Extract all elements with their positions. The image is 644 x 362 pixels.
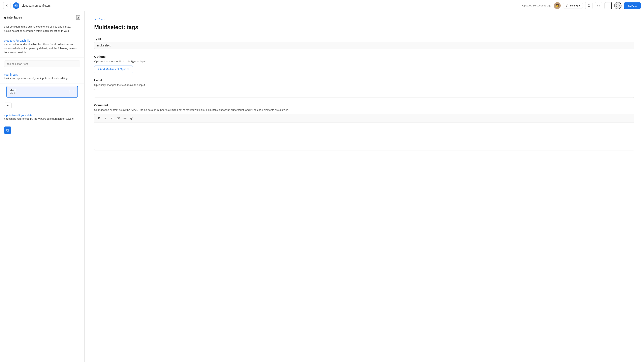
add-options-button[interactable]: + Add Multiselect Options xyxy=(94,65,133,73)
options-type-italic: Type xyxy=(130,60,136,63)
subscript-button[interactable]: X₂ xyxy=(109,115,115,121)
updated-label: Updated 36 seconds ago xyxy=(522,4,552,7)
code-button[interactable]: <> xyxy=(122,115,128,121)
back-link[interactable]: Back xyxy=(94,18,634,21)
options-field-section: Options Options that are specific to thi… xyxy=(94,55,634,73)
refresh-button[interactable] xyxy=(585,2,592,9)
label-field-label: Label xyxy=(94,78,634,82)
more-options-button[interactable]: ⋮ xyxy=(604,2,612,9)
bold-button[interactable]: B xyxy=(96,115,102,121)
svg-text:i: i xyxy=(618,4,618,7)
type-field-label: Type xyxy=(94,37,634,40)
sidebar: g interfaces ▲ s for configuring the edi… xyxy=(0,11,84,362)
sidebar-desc1: s for configuring the editing experience… xyxy=(4,25,80,29)
editors-link[interactable]: e editors for each file xyxy=(4,39,30,42)
sidebar-editors-desc3: itors are accessible. xyxy=(4,50,80,55)
sidebar-section-title: g interfaces xyxy=(4,16,22,19)
richtext-editor: B I X₂ X² <> xyxy=(94,114,634,150)
main-layout: g interfaces ▲ s for configuring the edi… xyxy=(0,11,644,362)
data-link[interactable]: inputs to edit your data xyxy=(4,114,32,117)
sidebar-search-block xyxy=(0,58,84,70)
topbar: cloudcannon.config.yml Updated 36 second… xyxy=(0,0,644,11)
code-toggle-button[interactable] xyxy=(595,2,602,9)
sidebar-editors-desc2: ue sets which editor opens by default, a… xyxy=(4,46,80,50)
sidebar-selected-item[interactable]: elect elect ⋮⋮ xyxy=(6,86,78,97)
editing-dropdown[interactable]: Editing ▾ xyxy=(563,2,583,8)
sidebar-button-row: + xyxy=(0,100,84,111)
label-field-section: Label Optionally changes the text above … xyxy=(94,78,634,98)
more-icon: ⋮ xyxy=(606,3,610,8)
content-panel: Back Multiselect: tags Type Options Opti… xyxy=(84,11,644,362)
italic-button[interactable]: I xyxy=(103,115,108,121)
sidebar-section-header: g interfaces ▲ xyxy=(0,11,84,22)
sidebar-editors-block: e editors for each file eferred editor a… xyxy=(0,36,84,58)
comment-field-section: Comment Changes the subtext below the La… xyxy=(94,103,634,150)
sidebar-data-block: inputs to edit your data hat can be refe… xyxy=(0,111,84,124)
chevron-down-icon: ▾ xyxy=(579,4,580,7)
sidebar-item-sub: elect xyxy=(10,92,16,95)
back-button[interactable] xyxy=(3,2,10,9)
richtext-content-area[interactable] xyxy=(94,122,634,150)
superscript-button[interactable]: X² xyxy=(116,115,121,121)
sidebar-item-label: elect xyxy=(10,89,16,92)
grid-drag-icon: ⋮⋮ xyxy=(68,90,75,93)
sidebar-data-desc: hat can be referenced by the Values conf… xyxy=(4,117,80,121)
label-field-desc: Optionally changes the text above this i… xyxy=(94,83,634,87)
options-field-desc: Options that are specific to this Type o… xyxy=(94,59,634,63)
filename-label: cloudcannon.config.yml xyxy=(22,4,51,7)
editing-label: Editing xyxy=(570,4,578,7)
type-field-input[interactable] xyxy=(94,42,634,49)
inputs-link[interactable]: your inputs xyxy=(4,73,18,76)
save-button[interactable]: Save... xyxy=(624,2,641,9)
sidebar-search-input[interactable] xyxy=(4,60,80,67)
link-button[interactable] xyxy=(128,115,134,121)
back-label: Back xyxy=(98,18,105,21)
user-avatar[interactable]: 🧑 xyxy=(554,2,561,9)
sidebar-add-item-button[interactable]: + xyxy=(4,103,12,108)
type-field-section: Type xyxy=(94,37,634,49)
sidebar-collapse-button[interactable]: ▲ xyxy=(76,15,80,20)
comment-field-label: Comment xyxy=(94,103,634,107)
document-icon xyxy=(4,126,11,134)
sidebar-editors-desc1: eferred editor and/or disable the others… xyxy=(4,42,80,46)
info-button[interactable]: i xyxy=(614,2,622,9)
sidebar-desc2: n also be set or overridden within each … xyxy=(4,29,80,33)
comment-field-desc: Changes the subtext below the Label. Has… xyxy=(94,108,634,112)
sidebar-inputs-desc: havior and appearance of your inputs in … xyxy=(4,76,80,80)
page-title: Multiselect: tags xyxy=(94,24,634,30)
options-field-label: Options xyxy=(94,55,634,58)
app-logo xyxy=(13,2,19,9)
label-field-input[interactable] xyxy=(94,89,634,98)
richtext-toolbar: B I X₂ X² <> xyxy=(94,114,634,122)
sidebar-description-block: s for configuring the editing experience… xyxy=(0,22,84,36)
comment-label-italic: Label xyxy=(131,108,137,111)
sidebar-inputs-block: your inputs havior and appearance of you… xyxy=(0,70,84,83)
